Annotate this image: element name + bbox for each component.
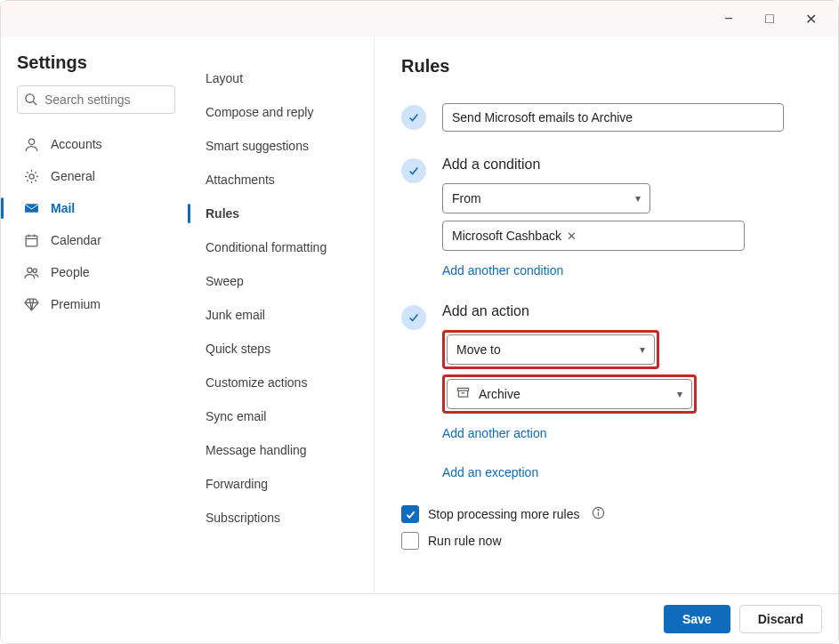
condition-chip: Microsoft Cashback ✕ (448, 227, 580, 245)
stop-processing-row: Stop processing more rules (401, 505, 811, 523)
svg-point-0 (26, 94, 34, 102)
settings-nav: Accounts General Mail Calendar People Pr… (17, 128, 175, 320)
rules-panel: Rules Add a condition From ▾ (375, 36, 838, 593)
diamond-icon (24, 297, 40, 312)
action-select-highlight: Move to ▾ (442, 330, 659, 369)
svg-point-2 (28, 139, 34, 144)
svg-line-1 (33, 101, 36, 105)
subnav-junk-email[interactable]: Junk email (202, 298, 359, 332)
nav-people[interactable]: People (17, 256, 175, 288)
settings-title: Settings (17, 52, 175, 73)
subnav-conditional-formatting[interactable]: Conditional formatting (202, 230, 359, 264)
info-icon[interactable] (592, 506, 605, 522)
gear-icon (24, 169, 40, 184)
add-action-link[interactable]: Add another action (442, 426, 547, 440)
rules-heading: Rules (401, 56, 811, 76)
chevron-down-icon: ▾ (677, 388, 682, 400)
check-icon (401, 158, 426, 183)
nav-general[interactable]: General (17, 160, 175, 192)
rule-name-input[interactable] (442, 103, 784, 132)
calendar-icon (24, 233, 40, 248)
save-button[interactable]: Save (664, 605, 730, 633)
close-button[interactable]: ✕ (790, 4, 831, 33)
check-icon (401, 105, 426, 130)
run-now-label: Run rule now (428, 534, 502, 548)
action-type-select[interactable]: Move to ▾ (447, 334, 655, 365)
chip-remove-icon[interactable]: ✕ (567, 229, 577, 243)
action-folder-highlight: Archive ▾ (442, 374, 697, 414)
user-icon (24, 137, 40, 152)
people-icon (24, 265, 40, 280)
nav-premium[interactable]: Premium (17, 288, 175, 320)
subnav-customize-actions[interactable]: Customize actions (202, 366, 359, 399)
stop-processing-label: Stop processing more rules (428, 507, 579, 521)
run-now-row: Run rule now (401, 532, 811, 550)
archive-icon (456, 386, 470, 402)
nav-mail[interactable]: Mail (17, 192, 175, 224)
stop-processing-checkbox[interactable] (401, 505, 419, 523)
add-condition-link[interactable]: Add another condition (442, 263, 563, 278)
window-titlebar: − □ ✕ (1, 1, 838, 36)
subnav-compose[interactable]: Compose and reply (202, 95, 359, 129)
footer: Save Discard (1, 593, 838, 643)
subnav-message-handling[interactable]: Message handling (202, 433, 359, 467)
condition-field-select[interactable]: From ▾ (442, 183, 650, 213)
settings-sidebar: Settings Accounts General Mail Calendar … (1, 36, 188, 593)
subnav-rules[interactable]: Rules (202, 197, 359, 230)
nav-calendar[interactable]: Calendar (17, 224, 175, 256)
condition-value-input[interactable]: Microsoft Cashback ✕ (442, 221, 745, 251)
check-icon (401, 305, 426, 330)
run-now-checkbox[interactable] (401, 532, 419, 550)
add-exception-link[interactable]: Add an exception (442, 465, 538, 479)
rules-scroll[interactable]: Rules Add a condition From ▾ (375, 36, 838, 593)
action-folder-select[interactable]: Archive ▾ (447, 379, 692, 409)
subnav-attachments[interactable]: Attachments (202, 163, 359, 197)
svg-point-3 (29, 173, 34, 178)
svg-point-8 (28, 268, 32, 272)
minimize-button[interactable]: − (708, 4, 749, 33)
svg-point-13 (598, 510, 599, 511)
subnav-subscriptions[interactable]: Subscriptions (202, 501, 359, 535)
mail-subnav: Layout Compose and reply Smart suggestio… (188, 36, 375, 593)
svg-rect-10 (457, 388, 468, 390)
maximize-button[interactable]: □ (749, 4, 790, 33)
subnav-forwarding[interactable]: Forwarding (202, 467, 359, 501)
search-icon (24, 93, 37, 109)
chevron-down-icon: ▾ (635, 192, 641, 205)
svg-rect-4 (26, 236, 37, 246)
subnav-sync-email[interactable]: Sync email (202, 399, 359, 433)
condition-title: Add a condition (442, 157, 811, 173)
chevron-down-icon: ▾ (640, 343, 645, 356)
nav-accounts[interactable]: Accounts (17, 128, 175, 160)
subnav-layout[interactable]: Layout (202, 61, 359, 95)
mail-icon (24, 201, 40, 216)
search-input[interactable] (17, 85, 175, 114)
subnav-smart-suggestions[interactable]: Smart suggestions (202, 129, 359, 163)
subnav-quick-steps[interactable]: Quick steps (202, 332, 359, 366)
svg-point-9 (33, 269, 36, 272)
subnav-sweep[interactable]: Sweep (202, 264, 359, 298)
action-title: Add an action (442, 303, 811, 319)
discard-button[interactable]: Discard (739, 605, 822, 633)
